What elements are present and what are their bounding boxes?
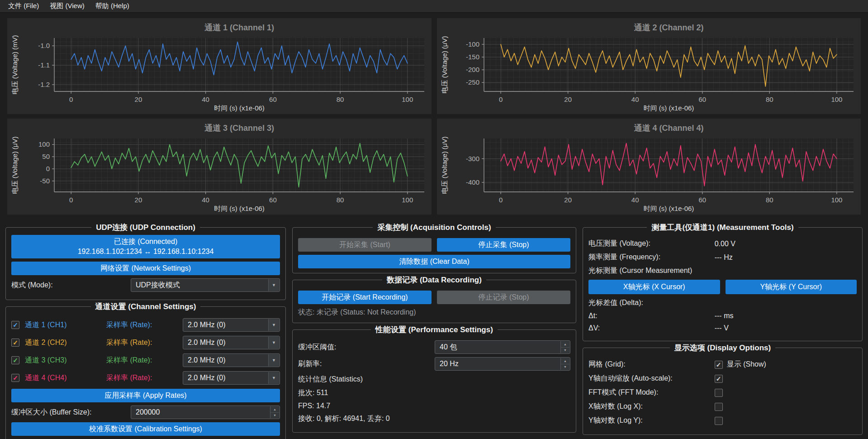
calibration-settings-button[interactable]: 校准系数设置 (Calibration Settings) [11,422,280,436]
mode-value: UDP接收模式 [136,281,180,290]
channel-3-row: ✓ 通道 3 (CH3) 采样率 (Rate): 2.0 MHz (0) ▼ [11,353,280,367]
connect-status-button[interactable]: 已连接 (Connected) 192.168.1.102:1234 ↔ 192… [11,235,280,258]
udp-connection-title: UDP连接 (UDP Connection) [6,222,285,233]
frequency-value: --- Hz [715,253,733,262]
udp-connection-panel: UDP连接 (UDP Connection) 已连接 (Connected) 1… [5,227,286,300]
menu-help[interactable]: 帮助 (Help) [90,1,135,11]
svg-text:100: 100 [402,196,413,204]
svg-text:通道 2 (Channel 2): 通道 2 (Channel 2) [634,23,703,32]
spin-up-icon[interactable]: ▲ [561,341,569,348]
svg-text:20: 20 [564,95,572,103]
channel-1-row: ✓ 通道 1 (CH1) 采样率 (Rate): 2.0 MHz (0) ▼ [11,318,280,332]
data-recording-title: 数据记录 (Data Recording) [293,275,576,285]
charts-grid: 020406080100-1.0-1.1-1.2通道 1 (Channel 1)… [0,13,868,218]
logy-label: Y轴对数 (Log Y): [588,416,715,425]
mode-select[interactable]: UDP接收模式 ▼ [131,278,280,292]
network-settings-button[interactable]: 网络设置 (Network Settings) [11,262,280,275]
menu-file[interactable]: 文件 (File) [3,1,44,11]
channel-3-rate-label: 采样率 (Rate): [106,356,183,365]
svg-text:-1.1: -1.1 [38,61,50,69]
channel-settings-title: 通道设置 (Channel Settings) [6,301,285,312]
svg-text:0: 0 [69,95,73,103]
buffer-size-label: 缓冲区大小 (Buffer Size): [11,408,131,417]
chevron-down-icon: ▼ [268,372,279,384]
spin-up-icon[interactable]: ▲ [561,358,569,364]
statistics-title: 统计信息 (Statistics) [298,375,570,384]
start-acquisition-button[interactable]: 开始采集 (Start) [298,238,432,252]
channel-4-label: 通道 4 (CH4) [25,373,66,383]
chart-channel-2[interactable]: 020406080100-100-150-200-250通道 2 (Channe… [437,18,861,114]
svg-text:-1.2: -1.2 [38,81,50,88]
chevron-down-icon: ▼ [268,337,279,348]
start-recording-button[interactable]: 开始记录 (Start Recording) [298,291,432,304]
svg-text:-100: -100 [466,40,479,48]
grid-show-label: 显示 (Show) [727,360,766,369]
apply-rates-button[interactable]: 应用采样率 (Apply Rates) [11,389,280,402]
controls-area: UDP连接 (UDP Connection) 已连接 (Connected) 1… [0,218,868,439]
channel-4-rate-select[interactable]: 2.0 MHz (0) ▼ [183,371,280,385]
logy-option-row: Y轴对数 (Log Y): [588,416,857,425]
display-options-panel: 显示选项 (Display Options) 网格 (Grid): ✓ 显示 (… [583,348,863,435]
voltage-label: 电压测量 (Voltage): [588,239,715,248]
clear-data-button[interactable]: 清除数据 (Clear Data) [298,255,570,268]
svg-text:通道 3 (Channel 3): 通道 3 (Channel 3) [204,124,274,133]
channel-1-label: 通道 1 (CH1) [25,320,66,330]
menu-view[interactable]: 视图 (View) [44,1,90,11]
chart-channel-4[interactable]: 020406080100-300-400通道 4 (Channel 4)时间 (… [437,119,861,215]
spin-up-icon[interactable]: ▲ [270,406,279,413]
svg-text:20: 20 [564,196,572,204]
delta-t-label: Δt: [588,312,715,320]
measurement-tools-title: 测量工具(仅通道1) (Measurement Tools) [583,222,862,233]
svg-text:60: 60 [698,196,706,204]
y-cursor-button[interactable]: Y轴光标 (Y Cursor) [726,280,857,294]
chart-channel-1[interactable]: 020406080100-1.0-1.1-1.2通道 1 (Channel 1)… [7,18,432,114]
channel-4-plot[interactable]: 020406080100-300-400通道 4 (Channel 4)时间 (… [437,119,861,215]
svg-text:40: 40 [631,196,639,204]
channel-1-plot[interactable]: 020406080100-1.0-1.1-1.2通道 1 (Channel 1)… [7,18,432,114]
channel-3-rate-select[interactable]: 2.0 MHz (0) ▼ [183,353,280,367]
svg-text:100: 100 [402,95,413,103]
spin-down-icon[interactable]: ▼ [270,413,279,419]
stop-acquisition-button[interactable]: 停止采集 (Stop) [437,238,570,252]
grid-checkbox[interactable]: ✓ [715,361,723,369]
display-options-title: 显示选项 (Display Options) [583,343,862,353]
svg-text:100: 100 [831,196,842,204]
buffer-size-input[interactable]: 200000 ▲ ▼ [131,406,280,419]
channel-2-checkbox[interactable]: ✓ [11,339,19,347]
x-cursor-button[interactable]: X轴光标 (X Cursor) [588,280,720,294]
stop-recording-button[interactable]: 停止记录 (Stop) [437,291,570,304]
logy-checkbox[interactable] [715,417,723,425]
svg-text:-400: -400 [466,178,479,186]
channel-3-checkbox[interactable]: ✓ [11,356,19,364]
delta-v-label: ΔV: [588,324,715,332]
chart-svg: 020406080100-300-400通道 4 (Channel 4)时间 (… [437,119,861,215]
measurement-tools-panel: 测量工具(仅通道1) (Measurement Tools) 电压测量 (Vol… [583,227,863,341]
channel-1-checkbox[interactable]: ✓ [11,321,19,329]
performance-settings-panel: 性能设置 (Performance Settings) 缓冲区阈值: 40 包 … [292,329,576,433]
chevron-down-icon: ▼ [268,279,279,291]
refresh-rate-input[interactable]: 20 Hz ▲ ▼ [435,357,570,371]
logx-checkbox[interactable] [715,403,723,411]
channel-2-plot[interactable]: 020406080100-100-150-200-250通道 2 (Channe… [437,18,861,114]
channel-2-rate-select[interactable]: 2.0 MHz (0) ▼ [183,336,280,349]
grid-label: 网格 (Grid): [588,360,715,369]
spin-down-icon[interactable]: ▼ [561,348,569,353]
channel-1-rate-select[interactable]: 2.0 MHz (0) ▼ [183,318,280,332]
fft-label: FFT模式 (FFT Mode): [588,388,715,397]
autoscale-checkbox[interactable]: ✓ [715,375,723,383]
chart-svg: 020406080100-100-150-200-250通道 2 (Channe… [437,18,861,114]
middle-column: 采集控制 (Acquisition Controls) 开始采集 (Start)… [292,221,576,433]
svg-text:时间 (s) (x1e-06): 时间 (s) (x1e-06) [644,205,694,212]
chart-channel-3[interactable]: 020406080100100500-50通道 3 (Channel 3)时间 … [7,119,432,215]
fft-checkbox[interactable] [715,389,723,397]
chevron-down-icon: ▼ [268,319,279,331]
channel-3-label: 通道 3 (CH3) [25,356,66,365]
delta-label: 光标差值 (Delta): [588,298,715,308]
channel-4-checkbox[interactable]: ✓ [11,374,19,382]
logx-option-row: X轴对数 (Log X): [588,402,857,411]
statistics-packets: 接收: 0, 解析: 46941, 丢弃: 0 [298,414,570,424]
spin-down-icon[interactable]: ▼ [561,364,569,370]
recording-status: 状态: 未记录 (Status: Not Recording) [298,308,570,317]
channel-3-plot[interactable]: 020406080100100500-50通道 3 (Channel 3)时间 … [7,119,432,215]
buffer-threshold-input[interactable]: 40 包 ▲ ▼ [435,340,570,354]
